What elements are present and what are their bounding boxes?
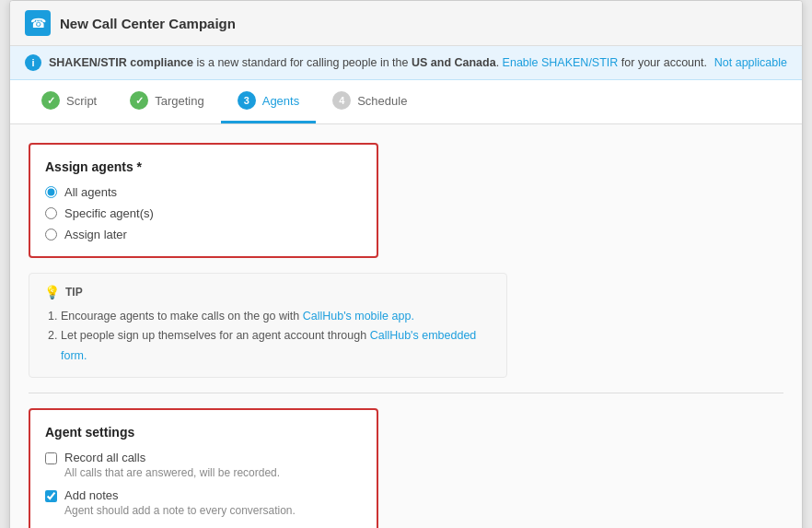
mobile-app-link[interactable]: CallHub's mobile app.: [303, 310, 414, 323]
radio-specific-agents[interactable]: Specific agent(s): [45, 206, 362, 220]
tab-script-label: Script: [66, 94, 97, 108]
radio-all-agents[interactable]: All agents: [45, 185, 362, 199]
tab-script-number: ✓: [41, 91, 60, 110]
tip-box: 💡 TIP Encourage agents to make calls on …: [29, 273, 507, 378]
radio-assign-later[interactable]: Assign later: [45, 228, 362, 241]
tip-2-text-before: Let people sign up themselves for an age…: [61, 329, 370, 342]
radio-assign-later-label: Assign later: [64, 228, 127, 241]
add-notes-checkbox[interactable]: [45, 490, 57, 502]
tab-schedule[interactable]: 4 Schedule: [316, 80, 423, 123]
window-title: New Call Center Campaign: [60, 16, 236, 31]
add-notes-label: Add notes: [64, 488, 296, 502]
tip-header-label: TIP: [65, 286, 83, 299]
add-notes-checkbox-item[interactable]: Add notes Agent should add a note to eve…: [45, 488, 362, 517]
tip-item-1: Encourage agents to make calls on the go…: [61, 307, 492, 326]
record-calls-sublabel: All calls that are answered, will be rec…: [64, 466, 280, 479]
main-window: ☎ New Call Center Campaign i SHAKEN/STIR…: [9, 0, 803, 528]
tab-targeting-number: ✓: [130, 91, 148, 110]
radio-all-agents-input[interactable]: [45, 186, 57, 198]
tip-list: Encourage agents to make calls on the go…: [44, 307, 492, 366]
tab-schedule-label: Schedule: [357, 94, 407, 108]
tab-schedule-number: 4: [332, 91, 351, 110]
shaken-stir-bold: SHAKEN/STIR compliance: [49, 56, 193, 69]
tab-targeting-label: Targeting: [155, 94, 203, 108]
divider: [29, 393, 783, 393]
tip-header: 💡 TIP: [44, 285, 492, 299]
radio-specific-agents-input[interactable]: [45, 207, 57, 219]
tabs-bar: ✓ Script ✓ Targeting 3 Agents 4 Schedule: [10, 80, 802, 124]
notification-text: SHAKEN/STIR compliance is a new standard…: [49, 56, 707, 69]
assign-agents-section: Assign agents * All agents Specific agen…: [29, 143, 378, 258]
add-notes-text: Add notes Agent should add a note to eve…: [64, 488, 296, 517]
tab-agents-label: Agents: [262, 94, 299, 108]
notification-bar: i SHAKEN/STIR compliance is a new standa…: [10, 46, 802, 80]
notification-text-after: for your account.: [621, 56, 707, 69]
tab-targeting[interactable]: ✓ Targeting: [113, 80, 220, 123]
record-calls-text: Record all calls All calls that are answ…: [64, 451, 280, 479]
title-bar: ☎ New Call Center Campaign: [10, 1, 802, 46]
record-calls-checkbox[interactable]: [45, 452, 57, 464]
radio-assign-later-input[interactable]: [45, 229, 57, 241]
notification-text-before: is a new standard for calling people in …: [196, 56, 411, 69]
tab-agents-number: 3: [238, 91, 256, 110]
agent-settings-section: Agent settings Record all calls All call…: [29, 408, 378, 528]
tab-agents[interactable]: 3 Agents: [221, 80, 316, 123]
not-applicable-link[interactable]: Not applicable: [714, 56, 787, 69]
enable-shaken-stir-link[interactable]: Enable SHAKEN/STIR: [503, 56, 619, 69]
main-content: Assign agents * All agents Specific agen…: [10, 124, 802, 528]
radio-specific-agents-label: Specific agent(s): [64, 206, 154, 220]
radio-all-agents-label: All agents: [64, 185, 117, 199]
record-calls-checkbox-item[interactable]: Record all calls All calls that are answ…: [45, 451, 362, 479]
assign-agents-title: Assign agents *: [45, 159, 362, 174]
add-notes-sublabel: Agent should add a note to every convers…: [64, 504, 296, 517]
tab-script[interactable]: ✓ Script: [25, 80, 113, 123]
tip-1-text-before: Encourage agents to make calls on the go…: [61, 310, 303, 323]
agent-settings-title: Agent settings: [45, 425, 362, 440]
info-icon: i: [25, 54, 41, 71]
assign-agents-radio-group: All agents Specific agent(s) Assign late…: [45, 185, 362, 241]
notification-content: i SHAKEN/STIR compliance is a new standa…: [25, 54, 707, 71]
lightbulb-icon: 💡: [44, 285, 60, 299]
us-canada-bold: US and Canada: [412, 56, 496, 69]
record-calls-label: Record all calls: [64, 451, 280, 464]
tip-item-2: Let people sign up themselves for an age…: [61, 326, 492, 366]
app-icon: ☎: [25, 10, 51, 36]
